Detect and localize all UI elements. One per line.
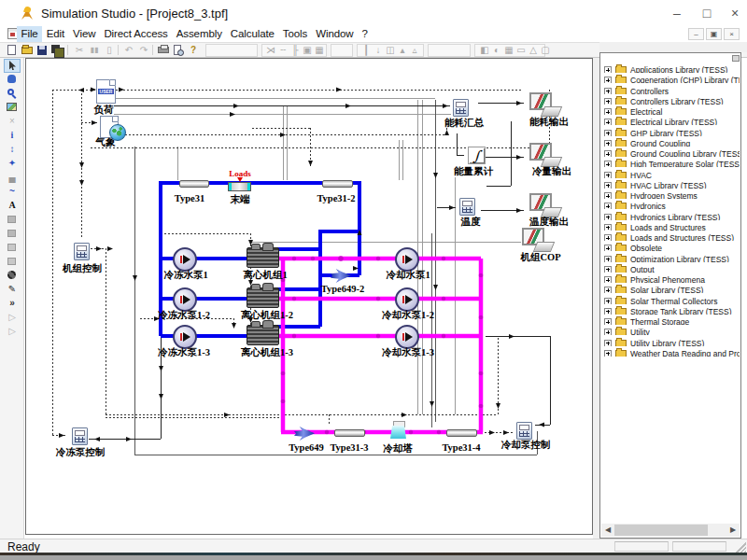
delete-tool-icon[interactable]: × bbox=[5, 116, 20, 128]
horizontal-scrollbar[interactable]: ◀ ▶ bbox=[601, 524, 740, 537]
expand-icon[interactable] bbox=[604, 256, 612, 262]
expand-icon[interactable] bbox=[604, 266, 612, 273]
tree-item[interactable]: Solar Thermal Collectors bbox=[604, 294, 740, 304]
tree-item[interactable]: GHP Library (TESS) bbox=[604, 126, 740, 136]
mdi-minimize-button[interactable]: – bbox=[688, 28, 704, 40]
node-type31-icon[interactable] bbox=[179, 180, 209, 188]
node-chw-pump-ctrl-icon[interactable] bbox=[72, 427, 88, 445]
expand-icon[interactable] bbox=[604, 66, 612, 73]
tree-item[interactable]: HVAC Library (TESS) bbox=[604, 178, 740, 189]
rotate-icon[interactable]: ◐ bbox=[490, 44, 503, 57]
minimize-button[interactable]: – bbox=[663, 4, 691, 22]
zoom-x-icon[interactable]: ╌ bbox=[276, 44, 289, 57]
grid-tool-1-icon[interactable] bbox=[5, 214, 20, 226]
expand-icon[interactable] bbox=[604, 77, 612, 83]
redo-icon[interactable]: ↷ bbox=[137, 44, 150, 57]
link-mode-icon[interactable]: ▵ bbox=[408, 44, 421, 57]
expand-icon[interactable] bbox=[604, 161, 612, 167]
tree-item[interactable]: Applications Library (TESS) bbox=[604, 63, 740, 73]
tree-item[interactable]: Thermal Storage bbox=[604, 315, 740, 325]
menu-direct-access[interactable]: Direct Access bbox=[100, 26, 172, 42]
zoom-tool-icon[interactable] bbox=[5, 88, 20, 100]
stamp-tool-icon[interactable]: ▄ bbox=[5, 172, 20, 184]
scroll-left-arrow[interactable]: ◀ bbox=[601, 524, 614, 537]
tree-item[interactable]: Optimization Library (TESS) bbox=[604, 252, 740, 262]
maximize-button[interactable]: □ bbox=[693, 4, 721, 22]
output-files-icon[interactable]: ▭ bbox=[514, 44, 528, 57]
info-tool-icon[interactable]: i bbox=[5, 130, 20, 142]
tree-item[interactable]: Output bbox=[604, 262, 740, 273]
expand-icon[interactable] bbox=[604, 350, 612, 357]
tree-item[interactable]: Hydronics Library (TESS) bbox=[604, 210, 740, 220]
tree-item[interactable]: Obsolete bbox=[604, 241, 740, 251]
save-project-icon[interactable] bbox=[50, 44, 63, 57]
expand-icon[interactable] bbox=[604, 98, 612, 105]
tree-item[interactable]: Storage Tank Library (TESS) bbox=[604, 304, 740, 315]
expand-icon[interactable] bbox=[604, 88, 612, 94]
grid-tool-2-icon[interactable] bbox=[5, 228, 20, 240]
node-terminal-icon[interactable] bbox=[228, 182, 251, 191]
node-unit-ctrl-icon[interactable] bbox=[74, 243, 90, 260]
settings-icon[interactable]: ▢ bbox=[539, 44, 552, 57]
tree-item[interactable]: Hydrogen Systems bbox=[604, 189, 740, 199]
plot-tool-icon[interactable]: ~ bbox=[5, 186, 20, 198]
schematic-canvas[interactable]: USER负荷气象Type31末端Type31-2冷冻水泵1冷冻水泵1-2冷冻水泵… bbox=[25, 58, 593, 535]
expand-icon[interactable] bbox=[604, 245, 612, 251]
text-tool-icon[interactable]: A bbox=[5, 200, 20, 212]
print-preview-icon[interactable] bbox=[172, 44, 185, 57]
node-temperature-icon[interactable] bbox=[459, 198, 475, 216]
expand-icon[interactable] bbox=[604, 298, 612, 304]
tree-item[interactable]: Cogeneration (CHP) Library (TESS) bbox=[604, 73, 740, 83]
expand-icon[interactable] bbox=[604, 224, 612, 231]
zoom-y-icon[interactable]: ╟ bbox=[289, 44, 302, 57]
tree-item[interactable]: Electrical bbox=[604, 105, 740, 115]
tree-item[interactable]: Loads and Structures bbox=[604, 220, 740, 231]
tree-item[interactable]: Ground Coupling bbox=[604, 136, 740, 147]
resize-grip[interactable] bbox=[736, 542, 746, 553]
tree-item[interactable]: Loads and Structures (TESS) bbox=[604, 231, 740, 241]
node-unit-cop-icon[interactable] bbox=[522, 228, 554, 252]
zoom-out-icon[interactable]: ▦ bbox=[313, 44, 326, 57]
expand-icon[interactable] bbox=[604, 214, 612, 220]
tree-item[interactable]: Ground Coupling Library (TESS) bbox=[604, 147, 740, 157]
node-chiller-3-icon[interactable] bbox=[247, 325, 279, 345]
node-energy-sum-icon[interactable] bbox=[453, 99, 469, 117]
expand-icon[interactable] bbox=[604, 318, 612, 325]
flag-tool-2-icon[interactable]: ▷ bbox=[5, 326, 20, 338]
open-file-icon[interactable] bbox=[21, 44, 34, 57]
node-energy-acc-icon[interactable]: ∫ bbox=[468, 147, 486, 164]
menu-file[interactable]: File bbox=[17, 26, 42, 42]
run-tool-icon[interactable]: » bbox=[5, 298, 20, 310]
split-view-icon[interactable]: ◫ bbox=[384, 44, 397, 57]
expand-icon[interactable] bbox=[604, 182, 612, 189]
gear-tool-icon[interactable] bbox=[5, 270, 20, 282]
cut-icon[interactable]: ✂ bbox=[73, 44, 86, 57]
tree-item[interactable]: Weather Data Reading and Process bbox=[604, 346, 740, 357]
flag-tool-1-icon[interactable]: ▷ bbox=[5, 312, 20, 324]
expand-icon[interactable] bbox=[604, 119, 612, 125]
info-view-icon[interactable]: ▦ bbox=[502, 44, 515, 57]
wrench-tool-icon[interactable]: ✦ bbox=[5, 158, 20, 170]
tree-item[interactable]: Controllers bbox=[604, 84, 740, 94]
expand-icon[interactable] bbox=[604, 234, 612, 241]
node-cw-pump-ctrl-icon[interactable] bbox=[516, 422, 532, 440]
show-layers-icon[interactable]: ◧ bbox=[478, 44, 491, 57]
scrollbar-thumb[interactable] bbox=[614, 525, 708, 536]
menu-assembly[interactable]: Assembly bbox=[172, 26, 226, 42]
expand-icon[interactable] bbox=[604, 340, 612, 346]
zoom-in-icon[interactable]: ▣ bbox=[301, 44, 314, 57]
copy-icon[interactable]: ▮▮ bbox=[88, 44, 101, 57]
node-type31-2-icon[interactable] bbox=[322, 180, 353, 188]
expand-icon[interactable] bbox=[604, 130, 612, 136]
print-icon[interactable] bbox=[157, 44, 170, 57]
tree-item[interactable]: Utility Library (TESS) bbox=[604, 336, 740, 346]
image-tool-icon[interactable] bbox=[5, 102, 20, 114]
export-icon[interactable]: △ bbox=[527, 44, 540, 57]
expand-icon[interactable] bbox=[604, 140, 612, 147]
node-type31-3-icon[interactable] bbox=[334, 429, 365, 437]
tree-item[interactable]: Physical Phenomena bbox=[604, 273, 740, 283]
grid-tool-4-icon[interactable] bbox=[5, 256, 20, 268]
expand-icon[interactable] bbox=[604, 308, 612, 315]
tree-item[interactable]: Electrical Library (TESS) bbox=[604, 115, 740, 125]
save-file-icon[interactable] bbox=[35, 44, 49, 57]
